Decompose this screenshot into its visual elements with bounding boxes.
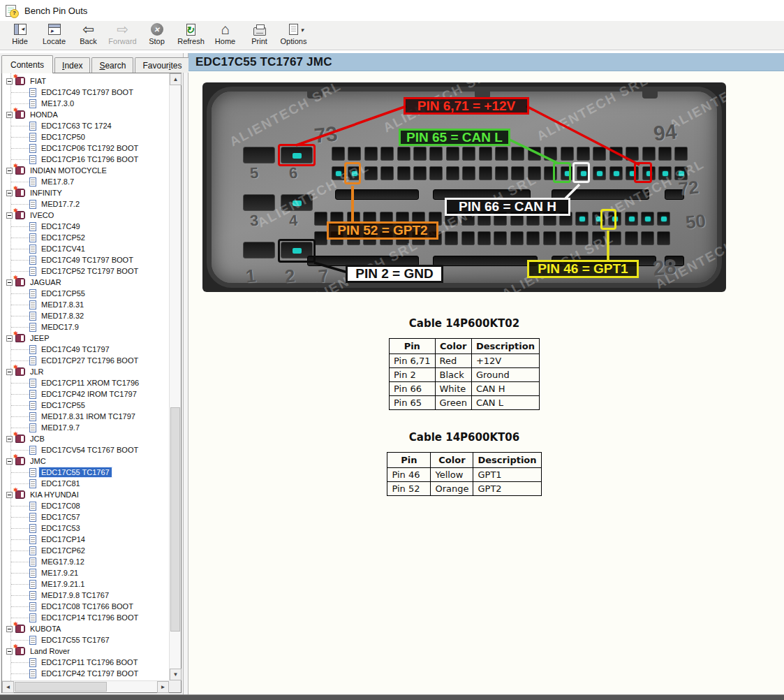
tree-folder[interactable]: Land Rover	[2, 646, 169, 657]
tree-page[interactable]: MED17.8.31 IROM TC1797	[2, 411, 169, 422]
tree-folder[interactable]: JLR	[2, 366, 169, 377]
tree-page[interactable]: EDC17CP55	[2, 288, 169, 299]
tree-page[interactable]: EDC17CP11 XROM TC1796	[2, 377, 169, 388]
collapse-icon[interactable]	[6, 648, 13, 655]
tab-search[interactable]: Search	[91, 57, 133, 73]
tree-page[interactable]: ME17.9.21.1	[2, 578, 169, 590]
pinout-tables: Cable 14P600KT02 PinColorDescriptionPin …	[202, 317, 726, 496]
help-file-icon	[6, 5, 16, 17]
hide-button[interactable]: Hide	[3, 22, 37, 49]
tree-page[interactable]: EDC17C53	[2, 523, 169, 534]
tree-page[interactable]: EDC17C63 TC 1724	[2, 120, 169, 131]
collapse-icon[interactable]	[6, 212, 13, 219]
collapse-icon[interactable]	[6, 112, 13, 118]
tree-page[interactable]: EDC17CV54 TC1767 BOOT	[2, 444, 169, 455]
scroll-left-icon[interactable]: ◄	[2, 681, 14, 693]
tree-page[interactable]: EDC17C49 TC1797 BOOT	[2, 87, 169, 98]
collapse-icon[interactable]	[6, 369, 13, 375]
collapse-icon[interactable]	[6, 626, 13, 632]
collapse-icon[interactable]	[6, 458, 13, 465]
tree-page[interactable]: EDC17CP62	[2, 545, 169, 556]
tree-page[interactable]: ME17.3.0	[2, 98, 169, 109]
tree-page[interactable]: EDC17C81	[2, 478, 169, 489]
collapse-icon[interactable]	[6, 168, 13, 174]
tree-folder[interactable]: KUBOTA	[2, 623, 169, 634]
forward-button[interactable]: Forward	[105, 22, 140, 49]
tree-page[interactable]: EDC17CP55	[2, 400, 169, 411]
tree-page[interactable]: MEDC17.9	[2, 321, 169, 333]
tree-page[interactable]: EDC17CP50	[2, 131, 169, 143]
tab-contents[interactable]: Contents	[1, 55, 53, 73]
tree-horizontal-scrollbar[interactable]: ◄ ►	[2, 680, 169, 692]
tab-favourites[interactable]: Favourites	[135, 57, 189, 73]
print-button[interactable]: Print	[242, 22, 276, 49]
tree-item-label: EDC17CP11 TC1796 BOOT	[39, 657, 140, 667]
tree-page[interactable]: EDC17C55 TC1767	[2, 634, 169, 646]
tree-folder[interactable]: KIA HYUNDAI	[2, 489, 169, 500]
tree-folder[interactable]: JCB	[2, 433, 169, 444]
back-button[interactable]: Back	[71, 22, 105, 49]
tree-item-label: EDC17CP11 XROM TC1796	[39, 378, 141, 388]
tree-folder[interactable]: JAGUAR	[2, 277, 169, 288]
collapse-icon[interactable]	[6, 492, 13, 498]
scroll-down-icon[interactable]: ▼	[170, 669, 182, 680]
scroll-right-icon[interactable]: ►	[157, 681, 169, 693]
tree-page[interactable]: EDC17CP11 TC1796 BOOT	[2, 657, 169, 668]
tree-page[interactable]: EDC17C49 TC1797	[2, 344, 169, 355]
tree-page[interactable]: EDC17C08 TC1766 BOOT	[2, 601, 169, 612]
horizontal-scroll-thumb[interactable]	[15, 682, 107, 692]
collapse-icon[interactable]	[6, 335, 13, 342]
tree-page[interactable]: EDC17C57	[2, 511, 169, 523]
tree-page[interactable]: ECD17CP27 TC1796 BOOT	[2, 355, 169, 366]
tree-page[interactable]: EDC17C49	[2, 221, 169, 232]
table-cell: Black	[435, 368, 471, 382]
tree-page[interactable]: EDC17CP52 TC1797 BOOT	[2, 265, 169, 277]
page-icon	[29, 356, 36, 365]
table-cell: CAN H	[471, 382, 539, 396]
tree-page[interactable]: MEG17.9.12	[2, 556, 169, 567]
pane-splitter[interactable]	[183, 53, 188, 694]
tree-page[interactable]: EDC17C55 TC1767	[2, 467, 169, 478]
tree-folder[interactable]: INDIAN MOTOCYCLE	[2, 165, 169, 176]
tree-page[interactable]: EDC17CP52	[2, 232, 169, 243]
table-cell: Pin 65	[390, 396, 435, 410]
tree-page[interactable]: MED17.9.8 TC1767	[2, 590, 169, 601]
tree-page[interactable]: ME17.9.21	[2, 567, 169, 578]
tree-page[interactable]: EDC17CP14 TC1796 BOOT	[2, 612, 169, 623]
tree-page[interactable]: EDC17CP42 IROM TC1797	[2, 388, 169, 400]
tree-folder[interactable]: JMC	[2, 455, 169, 467]
collapse-icon[interactable]	[6, 279, 13, 286]
tree-item-label: ECD17CP27 TC1796 BOOT	[39, 356, 140, 365]
tree-folder[interactable]: HONDA	[2, 109, 169, 120]
tree-folder[interactable]: FIAT	[2, 75, 169, 87]
tree-page[interactable]: EDC17C49 TC1797 BOOT	[2, 254, 169, 265]
tree-folder[interactable]: JEEP	[2, 333, 169, 344]
tree-item-label: FIAT	[28, 76, 48, 86]
refresh-button[interactable]: Refresh	[174, 22, 208, 49]
tree-page[interactable]: EDC17C08	[2, 500, 169, 511]
locate-button[interactable]: Locate	[37, 22, 71, 49]
home-button[interactable]: Home	[208, 22, 242, 49]
collapse-icon[interactable]	[6, 436, 13, 442]
collapse-icon[interactable]	[6, 78, 13, 85]
tree-page[interactable]: MED17.7.2	[2, 198, 169, 210]
vertical-scroll-thumb[interactable]	[170, 407, 180, 632]
tree-folder[interactable]: INFINITY	[2, 187, 169, 198]
tree-page[interactable]: EDC17CP06 TC1792 BOOT	[2, 143, 169, 154]
collapse-icon[interactable]	[6, 190, 13, 196]
tree-page[interactable]: ME17.8.7	[2, 176, 169, 187]
tree-page[interactable]: EDC17CV41	[2, 243, 169, 254]
options-button[interactable]: Options	[276, 22, 311, 49]
tree-page[interactable]: MED17.9.7	[2, 422, 169, 433]
tree-page[interactable]: EDC17CP14	[2, 534, 169, 545]
stop-button[interactable]: Stop	[140, 22, 174, 49]
page-icon	[29, 300, 36, 309]
tree-page[interactable]: EDC17CP16 TC1796 BOOT	[2, 154, 169, 165]
tab-index[interactable]: Index	[54, 57, 90, 73]
tree-page[interactable]: EDC17CP42 TC1797 BOOT	[2, 668, 169, 679]
tree-page[interactable]: MED17.8.32	[2, 310, 169, 321]
scroll-up-icon[interactable]: ▲	[170, 73, 182, 85]
tree-vertical-scrollbar[interactable]: ▲ ▼	[169, 73, 181, 680]
tree-page[interactable]: MED17.8.31	[2, 299, 169, 310]
tree-folder[interactable]: IVECO	[2, 210, 169, 221]
